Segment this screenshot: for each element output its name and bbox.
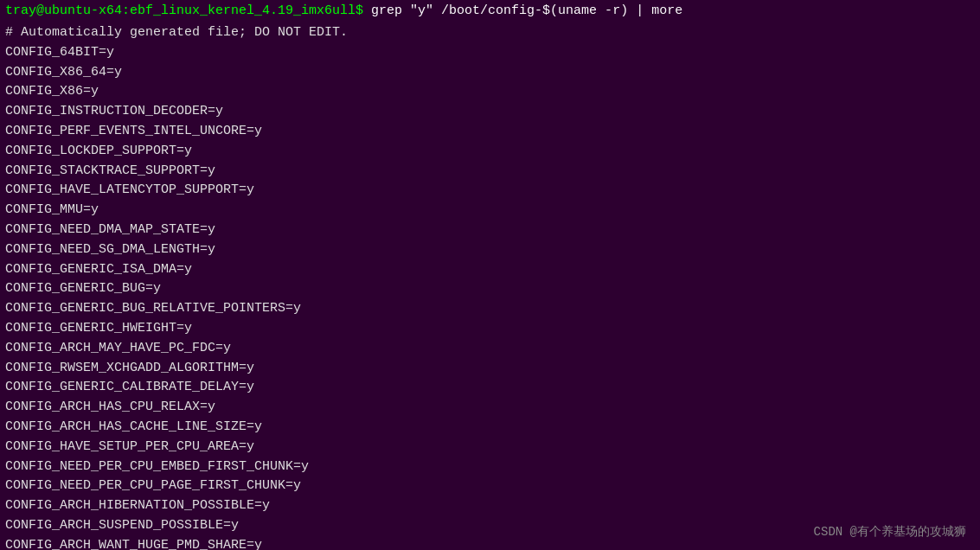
terminal-line: CONFIG_LOCKDEP_SUPPORT=y <box>5 142 975 162</box>
terminal-line: CONFIG_INSTRUCTION_DECODER=y <box>5 102 975 122</box>
terminal-body: # Automatically generated file; DO NOT E… <box>0 22 980 550</box>
terminal-line: CONFIG_PERF_EVENTS_INTEL_UNCORE=y <box>5 122 975 142</box>
terminal-line: CONFIG_MMU=y <box>5 201 975 221</box>
terminal-line: CONFIG_ARCH_HIBERNATION_POSSIBLE=y <box>5 496 975 516</box>
title-bar: tray@ubuntu-x64:ebf_linux_kernel_4.19_im… <box>0 0 980 22</box>
terminal-line: CONFIG_NEED_SG_DMA_LENGTH=y <box>5 240 975 260</box>
terminal-line: CONFIG_X86=y <box>5 82 975 102</box>
watermark: CSDN @有个养基场的攻城狮 <box>814 524 966 540</box>
terminal-line: CONFIG_STACKTRACE_SUPPORT=y <box>5 162 975 182</box>
terminal-line: CONFIG_ARCH_HAS_CACHE_LINE_SIZE=y <box>5 418 975 438</box>
terminal-line: CONFIG_ARCH_MAY_HAVE_PC_FDC=y <box>5 339 975 359</box>
terminal-line: CONFIG_GENERIC_CALIBRATE_DELAY=y <box>5 378 975 398</box>
terminal-line: # Automatically generated file; DO NOT E… <box>5 23 975 43</box>
terminal-line: CONFIG_ARCH_HAS_CPU_RELAX=y <box>5 398 975 418</box>
terminal-line: CONFIG_HAVE_LATENCYTOP_SUPPORT=y <box>5 181 975 201</box>
terminal-prompt: tray@ubuntu-x64:ebf_linux_kernel_4.19_im… <box>5 3 363 18</box>
terminal-line: CONFIG_NEED_DMA_MAP_STATE=y <box>5 221 975 240</box>
terminal-line: CONFIG_64BIT=y <box>5 43 975 63</box>
terminal-line: CONFIG_GENERIC_HWEIGHT=y <box>5 319 975 339</box>
terminal-command: grep "y" /boot/config-$(uname -r) | more <box>363 3 682 18</box>
terminal-line: CONFIG_GENERIC_BUG_RELATIVE_POINTERS=y <box>5 299 975 319</box>
terminal-window: tray@ubuntu-x64:ebf_linux_kernel_4.19_im… <box>0 0 980 550</box>
terminal-line: CONFIG_GENERIC_ISA_DMA=y <box>5 260 975 280</box>
terminal-line: CONFIG_NEED_PER_CPU_EMBED_FIRST_CHUNK=y <box>5 457 975 477</box>
terminal-line: CONFIG_X86_64=y <box>5 63 975 83</box>
terminal-line: CONFIG_RWSEM_XCHGADD_ALGORITHM=y <box>5 359 975 379</box>
terminal-line: CONFIG_GENERIC_BUG=y <box>5 279 975 299</box>
terminal-line: CONFIG_HAVE_SETUP_PER_CPU_AREA=y <box>5 438 975 457</box>
terminal-line: CONFIG_NEED_PER_CPU_PAGE_FIRST_CHUNK=y <box>5 476 975 496</box>
